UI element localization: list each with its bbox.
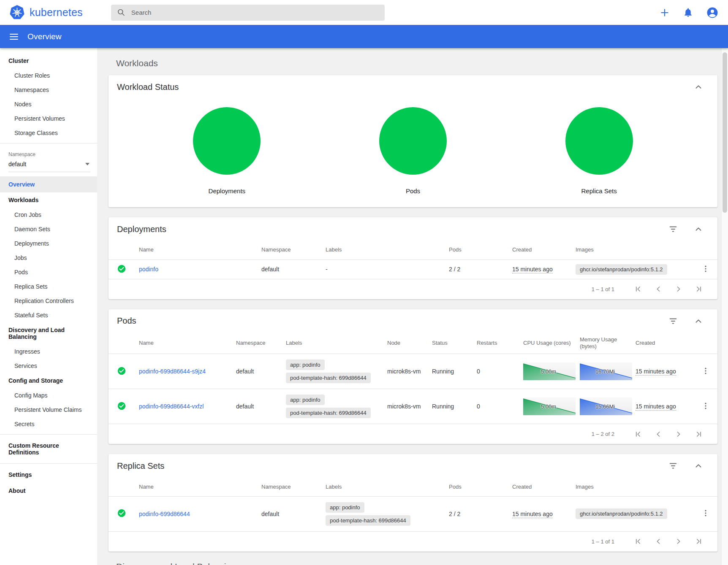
next-page-icon[interactable] — [671, 281, 686, 297]
pagination: 1 – 1 of 1 — [109, 531, 717, 551]
previous-page-icon[interactable] — [651, 534, 666, 549]
col-header-status: Status — [428, 333, 473, 354]
next-page-icon[interactable] — [671, 427, 686, 442]
brand-name: kubernetes — [30, 6, 83, 19]
sidebar-item-pods[interactable]: Pods — [0, 265, 97, 279]
hamburger-menu-icon[interactable] — [9, 32, 19, 42]
col-header-cpu: CPU Usage (cores) — [519, 333, 576, 354]
sidebar-item-daemon-sets[interactable]: Daemon Sets — [0, 222, 97, 236]
sidebar-item-replica-sets[interactable]: Replica Sets — [0, 279, 97, 294]
pagination: 1 – 2 of 2 — [109, 424, 717, 444]
create-resource-plus-icon[interactable] — [659, 7, 670, 18]
filter-icon[interactable] — [668, 224, 678, 234]
sidebar-item-replication-controllers[interactable]: Replication Controllers — [0, 294, 97, 308]
sidebar-heading-discovery[interactable]: Discovery and Load Balancing — [0, 322, 97, 344]
col-header-pods: Pods — [445, 478, 508, 496]
search-input[interactable] — [131, 9, 379, 16]
collapse-card-icon[interactable] — [694, 82, 703, 92]
donut-label: Pods — [406, 187, 420, 195]
cell-node: microk8s-vm — [387, 368, 421, 375]
cpu-usage-sparkline: 5.00m — [523, 362, 576, 380]
sidebar-item-secrets[interactable]: Secrets — [0, 417, 97, 431]
previous-page-icon[interactable] — [651, 281, 666, 297]
sidebar-item-overview[interactable]: Overview — [0, 176, 97, 192]
replica-sets-donut-chart: Replica Sets — [565, 107, 633, 195]
sidebar-item-stateful-sets[interactable]: Stateful Sets — [0, 308, 97, 322]
memory-usage-sparkline: 16.70Mi — [580, 362, 632, 380]
search-icon — [117, 8, 125, 17]
scrollbar-thumb[interactable] — [723, 52, 727, 213]
cpu-usage-value: 5.00m — [523, 368, 574, 375]
sidebar-heading-workloads[interactable]: Workloads — [0, 192, 97, 208]
deployment-name-link[interactable]: podinfo — [139, 266, 158, 273]
namespace-selector[interactable]: default — [8, 157, 90, 172]
next-page-icon[interactable] — [671, 534, 686, 549]
sidebar-item-config-maps[interactable]: Config Maps — [0, 388, 97, 403]
vertical-scrollbar[interactable] — [721, 48, 728, 565]
previous-page-icon[interactable] — [651, 427, 666, 442]
cell-status: Running — [432, 368, 454, 375]
sidebar-item-storage-classes[interactable]: Storage Classes — [0, 126, 97, 140]
sidebar-heading-config-storage[interactable]: Config and Storage — [0, 373, 97, 388]
pod-name-link[interactable]: podinfo-699d86644-s9jz4 — [139, 368, 206, 375]
namespace-label: Namespace — [0, 146, 97, 157]
sidebar-item-settings[interactable]: Settings — [0, 467, 97, 483]
collapse-card-icon[interactable] — [694, 316, 703, 326]
status-ok-icon — [117, 508, 126, 518]
cell-created: 15 minutes ago — [636, 403, 676, 411]
sidebar-item-jobs[interactable]: Jobs — [0, 251, 97, 265]
sidebar-item-custom-resource-definitions[interactable]: Custom Resource Definitions — [0, 438, 97, 460]
table-header-row: Name Namespace Labels Pods Created Image… — [109, 478, 717, 496]
replica-set-name-link[interactable]: podinfo-699d86644 — [139, 511, 190, 517]
notifications-bell-icon[interactable] — [683, 7, 693, 18]
sidebar-item-cron-jobs[interactable]: Cron Jobs — [0, 208, 97, 222]
row-menu-kebab-icon[interactable] — [701, 367, 710, 375]
status-ok-icon — [117, 264, 126, 273]
page-title: Overview — [27, 32, 62, 41]
cell-created: 15 minutes ago — [512, 511, 553, 518]
user-avatar-icon[interactable] — [706, 6, 719, 19]
sidebar-item-persistent-volumes[interactable]: Persistent Volumes — [0, 111, 97, 126]
last-page-icon[interactable] — [691, 427, 706, 442]
first-page-icon[interactable] — [630, 281, 646, 297]
label-chip: pod-template-hash: 699d86644 — [326, 515, 410, 526]
pods-donut-chart: Pods — [379, 107, 447, 195]
memory-usage-value: 16.70Mi — [580, 368, 630, 375]
sidebar-heading-cluster[interactable]: Cluster — [0, 53, 97, 68]
row-menu-kebab-icon[interactable] — [701, 509, 710, 517]
sidebar-item-services[interactable]: Services — [0, 359, 97, 373]
cpu-usage-sparkline: 5.00m — [523, 397, 576, 415]
sidebar-item-nodes[interactable]: Nodes — [0, 97, 97, 111]
cell-created: 15 minutes ago — [512, 266, 553, 273]
status-ok-icon — [117, 366, 126, 376]
table-row: podinfo-699d86644-s9jz4 default app: pod… — [109, 354, 717, 389]
pods-title: Pods — [117, 316, 652, 326]
cell-namespace: default — [236, 403, 254, 410]
last-page-icon[interactable] — [691, 281, 706, 297]
kubernetes-brand[interactable]: kubernetes — [0, 5, 111, 20]
pod-name-link[interactable]: podinfo-699d86644-vxfzl — [139, 403, 204, 410]
sidebar-item-namespaces[interactable]: Namespaces — [0, 83, 97, 97]
last-page-icon[interactable] — [691, 534, 706, 549]
search-bar[interactable] — [111, 5, 385, 21]
cell-namespace: default — [261, 511, 279, 517]
row-menu-kebab-icon[interactable] — [701, 402, 710, 410]
pods-table: Name Namespace Labels Node Status Restar… — [109, 333, 717, 424]
sidebar: Cluster Cluster Roles Namespaces Nodes P… — [0, 48, 97, 565]
sidebar-item-persistent-volume-claims[interactable]: Persistent Volume Claims — [0, 403, 97, 417]
first-page-icon[interactable] — [630, 427, 646, 442]
collapse-card-icon[interactable] — [694, 461, 703, 470]
row-menu-kebab-icon[interactable] — [701, 265, 710, 273]
pagination: 1 – 1 of 1 — [109, 279, 717, 299]
filter-icon[interactable] — [668, 316, 678, 326]
deployments-donut — [193, 107, 261, 175]
sidebar-item-deployments[interactable]: Deployments — [0, 236, 97, 251]
sidebar-item-cluster-roles[interactable]: Cluster Roles — [0, 68, 97, 83]
col-header-created: Created — [508, 478, 571, 496]
filter-icon[interactable] — [668, 461, 678, 470]
sidebar-item-ingresses[interactable]: Ingresses — [0, 344, 97, 359]
sidebar-item-about[interactable]: About — [0, 483, 97, 499]
collapse-card-icon[interactable] — [694, 224, 703, 234]
first-page-icon[interactable] — [630, 534, 646, 549]
table-header-row: Name Namespace Labels Pods Created Image… — [109, 241, 717, 260]
